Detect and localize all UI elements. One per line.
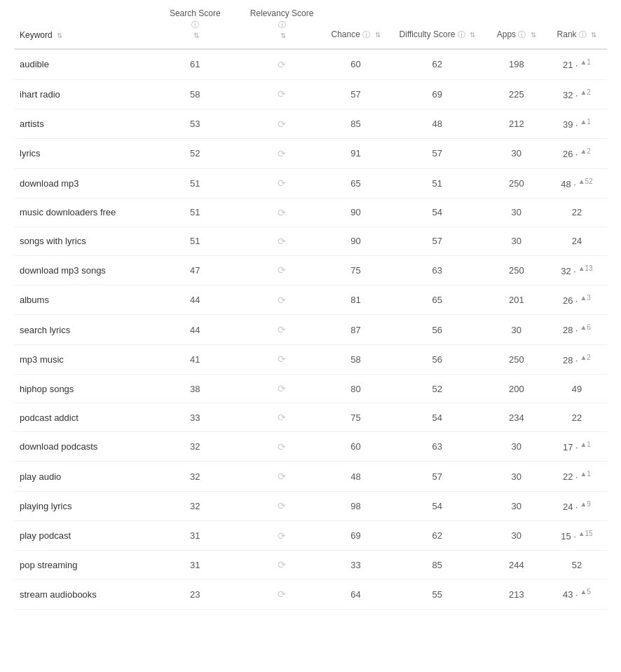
cell-chance: 75 [323,403,388,432]
table-row: songs with lyrics51⟳90573024 [14,227,607,255]
cell-search-score: 23 [150,579,240,609]
th-search-score[interactable]: Search Score ⓘ ⇅ [150,0,240,49]
sort-icon-keyword: ⇅ [57,32,62,39]
loading-icon: ⟳ [278,589,286,600]
cell-keyword: hiphop songs [14,375,150,403]
cell-apps: 201 [486,285,547,315]
th-apps[interactable]: Apps ⓘ ⇅ [486,0,547,49]
cell-difficulty: 56 [388,344,486,374]
loading-icon: ⟳ [278,236,286,247]
loading-icon: ⟳ [278,441,286,452]
cell-rank: 49 [547,375,607,403]
th-difficulty[interactable]: Difficulty Score ⓘ ⇅ [388,0,486,49]
cell-relevancy-score: ⟳ [240,168,323,198]
cell-rank: 48 · ▲52 [547,168,607,198]
cell-rank: 52 [547,551,607,579]
sort-icon-relevancy: ⇅ [280,32,286,39]
cell-chance: 90 [323,198,388,227]
cell-chance: 98 [323,491,388,520]
th-keyword[interactable]: Keyword ⇅ [14,0,150,49]
th-chance[interactable]: Chance ⓘ ⇅ [323,0,388,49]
loading-icon: ⟳ [278,530,286,542]
cell-search-score: 38 [150,375,240,403]
cell-rank: 24 · ▲9 [547,491,607,520]
cell-search-score: 51 [150,227,240,255]
cell-chance: 60 [323,49,388,79]
cell-rank: 28 · ▲6 [547,315,607,344]
cell-chance: 80 [323,375,388,403]
cell-chance: 85 [323,109,388,138]
cell-rank: 26 · ▲2 [547,139,607,168]
cell-keyword: ihart radio [14,79,150,109]
cell-keyword: mp3 music [14,344,150,374]
cell-keyword: search lyrics [14,315,150,344]
cell-difficulty: 55 [388,579,486,609]
cell-search-score: 61 [150,49,240,79]
table-row: podcast addict33⟳755423422 [14,403,607,432]
cell-search-score: 52 [150,139,240,168]
cell-relevancy-score: ⟳ [240,109,323,138]
table-row: playing lyrics32⟳98543024 · ▲9 [14,491,607,520]
cell-search-score: 41 [150,344,240,374]
cell-difficulty: 57 [388,139,486,168]
sort-icon-difficulty: ⇅ [470,31,475,39]
cell-search-score: 58 [150,79,240,109]
loading-icon: ⟳ [278,88,286,100]
cell-rank: 15 · ▲15 [547,521,607,551]
chance-info: ⓘ [362,30,370,39]
cell-search-score: 32 [150,491,240,520]
cell-rank: 32 · ▲13 [547,255,607,285]
cell-apps: 244 [486,551,547,579]
cell-chance: 90 [323,227,388,255]
cell-rank: 43 · ▲5 [547,579,607,609]
cell-difficulty: 54 [388,198,486,227]
table-row: lyrics52⟳91573026 · ▲2 [14,139,607,168]
cell-relevancy-score: ⟳ [240,403,323,432]
rank-change-badge: ▲3 [578,294,591,302]
cell-keyword: audible [14,49,150,79]
cell-rank: 24 [547,227,607,255]
cell-keyword: pop streaming [14,551,150,579]
cell-apps: 234 [486,403,547,432]
cell-relevancy-score: ⟳ [240,521,323,551]
cell-apps: 30 [486,139,547,168]
cell-rank: 22 [547,198,607,227]
cell-keyword: podcast addict [14,403,150,432]
table-row: audible61⟳606219821 · ▲1 [14,49,607,79]
cell-apps: 225 [486,79,547,109]
cell-apps: 30 [486,227,547,255]
cell-chance: 91 [323,139,388,168]
cell-rank: 39 · ▲1 [547,109,607,138]
cell-rank: 32 · ▲2 [547,79,607,109]
cell-relevancy-score: ⟳ [240,462,323,491]
cell-difficulty: 54 [388,403,486,432]
cell-difficulty: 51 [388,168,486,198]
main-container: Keyword ⇅ Search Score ⓘ ⇅ Relevancy Sco… [0,0,621,610]
cell-keyword: play podcast [14,521,150,551]
cell-keyword: songs with lyrics [14,227,150,255]
cell-search-score: 53 [150,109,240,138]
search-score-info: ⓘ [191,20,199,29]
loading-icon: ⟳ [278,412,286,423]
th-rank[interactable]: Rank ⓘ ⇅ [547,0,607,49]
cell-difficulty: 57 [388,227,486,255]
cell-apps: 30 [486,198,547,227]
cell-apps: 250 [486,168,547,198]
table-row: play podcast31⟳69623015 · ▲15 [14,521,607,551]
th-relevancy[interactable]: Relevancy Score ⓘ ⇅ [240,0,323,49]
cell-relevancy-score: ⟳ [240,551,323,579]
cell-chance: 69 [323,521,388,551]
cell-keyword: playing lyrics [14,491,150,520]
table-row: hiphop songs38⟳805220049 [14,375,607,403]
cell-search-score: 51 [150,198,240,227]
relevancy-info: ⓘ [278,20,286,29]
cell-relevancy-score: ⟳ [240,344,323,374]
cell-difficulty: 69 [388,79,486,109]
cell-difficulty: 54 [388,491,486,520]
cell-difficulty: 62 [388,49,486,79]
table-row: ihart radio58⟳576922532 · ▲2 [14,79,607,109]
cell-keyword: lyrics [14,139,150,168]
cell-difficulty: 63 [388,255,486,285]
table-row: albums44⟳816520126 · ▲3 [14,285,607,315]
rank-change-badge: ▲2 [578,88,591,96]
